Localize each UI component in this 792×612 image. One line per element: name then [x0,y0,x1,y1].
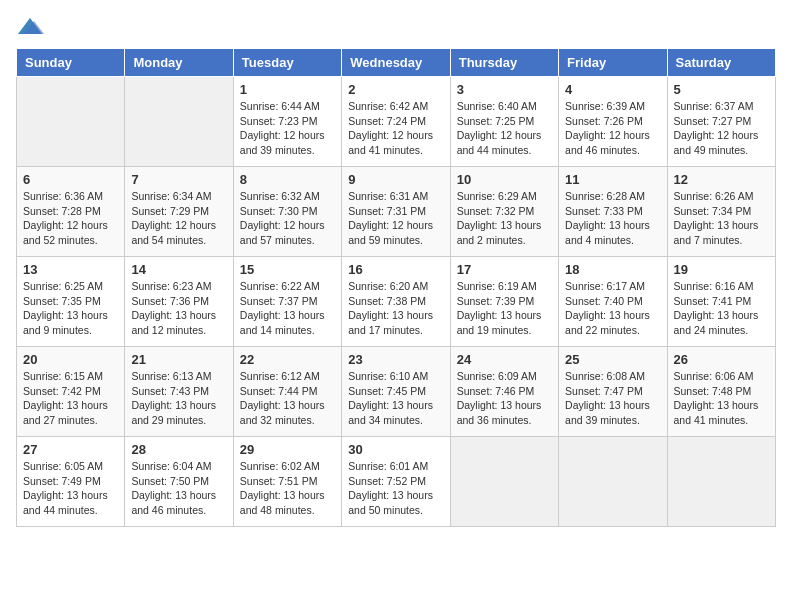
day-info: Sunrise: 6:20 AM Sunset: 7:38 PM Dayligh… [348,279,443,338]
day-info: Sunrise: 6:04 AM Sunset: 7:50 PM Dayligh… [131,459,226,518]
day-number: 4 [565,82,660,97]
calendar-cell: 5Sunrise: 6:37 AM Sunset: 7:27 PM Daylig… [667,77,775,167]
day-number: 29 [240,442,335,457]
calendar-cell: 8Sunrise: 6:32 AM Sunset: 7:30 PM Daylig… [233,167,341,257]
day-number: 27 [23,442,118,457]
day-info: Sunrise: 6:34 AM Sunset: 7:29 PM Dayligh… [131,189,226,248]
day-info: Sunrise: 6:39 AM Sunset: 7:26 PM Dayligh… [565,99,660,158]
calendar-table: SundayMondayTuesdayWednesdayThursdayFrid… [16,48,776,527]
calendar-cell: 17Sunrise: 6:19 AM Sunset: 7:39 PM Dayli… [450,257,558,347]
calendar-cell: 14Sunrise: 6:23 AM Sunset: 7:36 PM Dayli… [125,257,233,347]
day-info: Sunrise: 6:06 AM Sunset: 7:48 PM Dayligh… [674,369,769,428]
calendar-week-row: 1Sunrise: 6:44 AM Sunset: 7:23 PM Daylig… [17,77,776,167]
weekday-header-thursday: Thursday [450,49,558,77]
calendar-cell [667,437,775,527]
day-info: Sunrise: 6:42 AM Sunset: 7:24 PM Dayligh… [348,99,443,158]
calendar-cell: 21Sunrise: 6:13 AM Sunset: 7:43 PM Dayli… [125,347,233,437]
calendar-cell: 7Sunrise: 6:34 AM Sunset: 7:29 PM Daylig… [125,167,233,257]
day-info: Sunrise: 6:36 AM Sunset: 7:28 PM Dayligh… [23,189,118,248]
calendar-cell: 4Sunrise: 6:39 AM Sunset: 7:26 PM Daylig… [559,77,667,167]
day-number: 11 [565,172,660,187]
calendar-cell: 11Sunrise: 6:28 AM Sunset: 7:33 PM Dayli… [559,167,667,257]
day-info: Sunrise: 6:29 AM Sunset: 7:32 PM Dayligh… [457,189,552,248]
day-info: Sunrise: 6:37 AM Sunset: 7:27 PM Dayligh… [674,99,769,158]
day-info: Sunrise: 6:22 AM Sunset: 7:37 PM Dayligh… [240,279,335,338]
calendar-cell: 19Sunrise: 6:16 AM Sunset: 7:41 PM Dayli… [667,257,775,347]
calendar-cell: 1Sunrise: 6:44 AM Sunset: 7:23 PM Daylig… [233,77,341,167]
day-info: Sunrise: 6:26 AM Sunset: 7:34 PM Dayligh… [674,189,769,248]
day-info: Sunrise: 6:40 AM Sunset: 7:25 PM Dayligh… [457,99,552,158]
day-number: 3 [457,82,552,97]
day-number: 1 [240,82,335,97]
day-number: 21 [131,352,226,367]
day-number: 6 [23,172,118,187]
calendar-cell: 6Sunrise: 6:36 AM Sunset: 7:28 PM Daylig… [17,167,125,257]
calendar-cell: 28Sunrise: 6:04 AM Sunset: 7:50 PM Dayli… [125,437,233,527]
day-number: 16 [348,262,443,277]
day-number: 20 [23,352,118,367]
day-info: Sunrise: 6:32 AM Sunset: 7:30 PM Dayligh… [240,189,335,248]
calendar-week-row: 13Sunrise: 6:25 AM Sunset: 7:35 PM Dayli… [17,257,776,347]
day-info: Sunrise: 6:09 AM Sunset: 7:46 PM Dayligh… [457,369,552,428]
day-number: 18 [565,262,660,277]
calendar-cell: 12Sunrise: 6:26 AM Sunset: 7:34 PM Dayli… [667,167,775,257]
logo [16,16,48,38]
day-number: 28 [131,442,226,457]
calendar-week-row: 6Sunrise: 6:36 AM Sunset: 7:28 PM Daylig… [17,167,776,257]
calendar-cell: 2Sunrise: 6:42 AM Sunset: 7:24 PM Daylig… [342,77,450,167]
calendar-cell: 22Sunrise: 6:12 AM Sunset: 7:44 PM Dayli… [233,347,341,437]
day-info: Sunrise: 6:44 AM Sunset: 7:23 PM Dayligh… [240,99,335,158]
calendar-cell: 24Sunrise: 6:09 AM Sunset: 7:46 PM Dayli… [450,347,558,437]
day-info: Sunrise: 6:13 AM Sunset: 7:43 PM Dayligh… [131,369,226,428]
day-number: 2 [348,82,443,97]
weekday-header-friday: Friday [559,49,667,77]
day-info: Sunrise: 6:05 AM Sunset: 7:49 PM Dayligh… [23,459,118,518]
calendar-cell: 15Sunrise: 6:22 AM Sunset: 7:37 PM Dayli… [233,257,341,347]
calendar-cell: 9Sunrise: 6:31 AM Sunset: 7:31 PM Daylig… [342,167,450,257]
calendar-cell [559,437,667,527]
calendar-cell [17,77,125,167]
calendar-cell [125,77,233,167]
calendar-header-row: SundayMondayTuesdayWednesdayThursdayFrid… [17,49,776,77]
logo-icon [16,16,44,38]
day-info: Sunrise: 6:08 AM Sunset: 7:47 PM Dayligh… [565,369,660,428]
day-number: 10 [457,172,552,187]
calendar-cell: 16Sunrise: 6:20 AM Sunset: 7:38 PM Dayli… [342,257,450,347]
day-info: Sunrise: 6:10 AM Sunset: 7:45 PM Dayligh… [348,369,443,428]
weekday-header-monday: Monday [125,49,233,77]
day-number: 23 [348,352,443,367]
day-number: 12 [674,172,769,187]
day-info: Sunrise: 6:17 AM Sunset: 7:40 PM Dayligh… [565,279,660,338]
day-number: 24 [457,352,552,367]
day-number: 19 [674,262,769,277]
day-info: Sunrise: 6:19 AM Sunset: 7:39 PM Dayligh… [457,279,552,338]
calendar-cell: 30Sunrise: 6:01 AM Sunset: 7:52 PM Dayli… [342,437,450,527]
calendar-cell: 29Sunrise: 6:02 AM Sunset: 7:51 PM Dayli… [233,437,341,527]
calendar-cell: 25Sunrise: 6:08 AM Sunset: 7:47 PM Dayli… [559,347,667,437]
day-info: Sunrise: 6:12 AM Sunset: 7:44 PM Dayligh… [240,369,335,428]
day-number: 22 [240,352,335,367]
calendar-week-row: 20Sunrise: 6:15 AM Sunset: 7:42 PM Dayli… [17,347,776,437]
day-info: Sunrise: 6:15 AM Sunset: 7:42 PM Dayligh… [23,369,118,428]
day-number: 14 [131,262,226,277]
calendar-cell: 27Sunrise: 6:05 AM Sunset: 7:49 PM Dayli… [17,437,125,527]
day-number: 17 [457,262,552,277]
calendar-cell: 10Sunrise: 6:29 AM Sunset: 7:32 PM Dayli… [450,167,558,257]
weekday-header-sunday: Sunday [17,49,125,77]
day-number: 5 [674,82,769,97]
weekday-header-wednesday: Wednesday [342,49,450,77]
day-number: 13 [23,262,118,277]
day-info: Sunrise: 6:31 AM Sunset: 7:31 PM Dayligh… [348,189,443,248]
calendar-cell [450,437,558,527]
calendar-cell: 3Sunrise: 6:40 AM Sunset: 7:25 PM Daylig… [450,77,558,167]
calendar-cell: 18Sunrise: 6:17 AM Sunset: 7:40 PM Dayli… [559,257,667,347]
day-number: 9 [348,172,443,187]
day-info: Sunrise: 6:25 AM Sunset: 7:35 PM Dayligh… [23,279,118,338]
day-number: 15 [240,262,335,277]
day-number: 30 [348,442,443,457]
calendar-week-row: 27Sunrise: 6:05 AM Sunset: 7:49 PM Dayli… [17,437,776,527]
day-number: 26 [674,352,769,367]
day-number: 25 [565,352,660,367]
calendar-cell: 13Sunrise: 6:25 AM Sunset: 7:35 PM Dayli… [17,257,125,347]
day-info: Sunrise: 6:28 AM Sunset: 7:33 PM Dayligh… [565,189,660,248]
